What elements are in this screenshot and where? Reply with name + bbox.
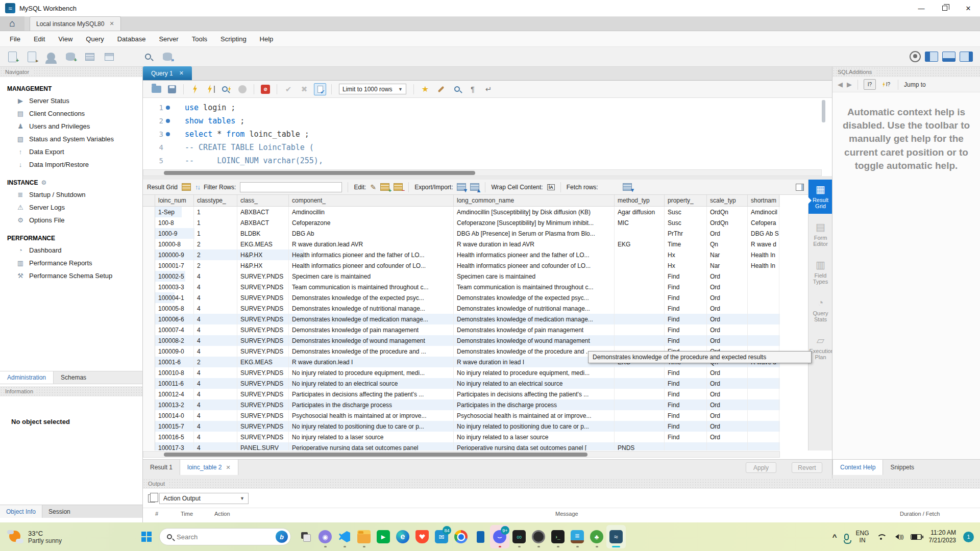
grid-panel-toggle-icon[interactable] — [796, 184, 804, 191]
column-header[interactable]: scale_typ — [707, 195, 748, 206]
column-header[interactable]: long_common_name — [454, 195, 615, 206]
grid-cell[interactable] — [748, 378, 779, 389]
table-row[interactable]: 1-Sep1ABXBACTAmdinocillinAmdinocillin [S… — [143, 207, 182, 217]
grid-cell[interactable]: Perioperative nursing data set outcomes … — [454, 442, 615, 450]
webex-icon[interactable]: ∞ — [509, 525, 529, 548]
grid-cell[interactable]: Demonstrates knowledge of pain managemen… — [454, 324, 615, 335]
grid-cell[interactable]: 4 — [194, 282, 237, 292]
create-procedure-icon[interactable] — [121, 50, 136, 63]
row-selector[interactable] — [143, 378, 155, 389]
grid-cell[interactable]: Health informatics pioneer and cofounder… — [454, 260, 615, 271]
grid-cell[interactable] — [615, 303, 665, 314]
grid-cell[interactable]: Find — [665, 421, 707, 432]
grid-cell[interactable]: 100002-5 — [155, 271, 194, 282]
grid-cell[interactable]: Find — [665, 271, 707, 282]
grid-cell[interactable] — [615, 432, 665, 442]
row-selector[interactable] — [143, 292, 155, 303]
grid-cell[interactable]: 100007-4 — [155, 324, 194, 335]
editor-horizontal-scrollbar[interactable] — [143, 169, 822, 176]
revert-button[interactable]: Revert — [792, 462, 822, 473]
grid-cell[interactable]: Cefopera — [748, 217, 779, 228]
grid-cell[interactable]: 10000-8 — [155, 239, 194, 249]
grid-cell[interactable]: Demonstrates knowledge of the expected p… — [289, 292, 454, 303]
column-header[interactable]: classtype_ — [194, 195, 237, 206]
code-line[interactable]: 2 show tables ; — [143, 114, 822, 128]
table-row[interactable]: 100002-54SURVEY.PNDSSpecimen care is mai… — [143, 271, 185, 282]
row-selector[interactable] — [143, 207, 155, 217]
grid-cell[interactable]: Team communication is maintained through… — [289, 282, 454, 292]
nav-item-data-import-restore[interactable]: ↓ Data Import/Restore — [0, 158, 142, 171]
grid-cell[interactable] — [748, 367, 779, 378]
clock[interactable]: 11:20 AM7/21/2023 — [929, 529, 956, 544]
volume-icon[interactable]: ))) — [893, 534, 903, 540]
open-script-icon[interactable] — [150, 83, 162, 95]
grid-cell[interactable]: Health In — [748, 260, 779, 271]
grid-cell[interactable]: 1-Sep — [155, 207, 194, 217]
grid-cell[interactable]: H&P.HX — [237, 260, 289, 271]
grid-cell[interactable]: SURVEY.PNDS — [237, 303, 289, 314]
table-row[interactable]: 10000-82EKG.MEASR wave duration.lead AVR… — [143, 239, 308, 249]
notification-count-badge[interactable]: 1 — [963, 532, 974, 542]
grid-cell[interactable]: SURVEY.PNDS — [237, 335, 289, 346]
grid-cell[interactable]: No injury related to positioning due to … — [289, 421, 454, 432]
grid-cell[interactable]: Ord — [707, 303, 748, 314]
grid-cell[interactable]: EKG.MEAS — [237, 239, 289, 249]
grid-cell[interactable]: 100009-0 — [155, 346, 194, 357]
grid-cell[interactable]: 100000-9 — [155, 249, 194, 260]
sql-editor[interactable]: 1 use login ; 2 show tables ; 3 select *… — [143, 98, 822, 169]
grid-cell[interactable]: SURVEY.PNDS — [237, 324, 289, 335]
grid-cell[interactable]: SURVEY.PNDS — [237, 271, 289, 282]
grid-cell[interactable] — [615, 399, 665, 410]
grid-cell[interactable]: 4 — [194, 442, 237, 450]
grid-cell[interactable]: SURVEY.PNDS — [237, 346, 289, 357]
grid-cell[interactable]: H&P.HX — [237, 249, 289, 260]
grid-cell[interactable]: 100011-6 — [155, 378, 194, 389]
grid-cell[interactable] — [748, 432, 779, 442]
grid-cell[interactable]: Ord — [707, 410, 748, 421]
back-icon[interactable]: ◀ — [838, 81, 843, 88]
table-row[interactable]: 100000-92H&P.HXHealth informatics pionee… — [143, 249, 304, 260]
table-row[interactable]: 100005-84SURVEY.PNDSDemonstrates knowled… — [143, 303, 780, 314]
save-script-icon[interactable] — [166, 83, 178, 95]
grid-cell[interactable]: 100003-3 — [155, 282, 194, 292]
execute-icon[interactable] — [189, 83, 201, 95]
migration-icon[interactable] — [160, 50, 175, 63]
grid-cell[interactable] — [748, 442, 779, 450]
column-header[interactable]: method_typ — [615, 195, 665, 206]
grid-cell[interactable]: Specimen care is maintained — [454, 271, 615, 282]
row-selector[interactable] — [143, 346, 155, 357]
grid-cell[interactable]: Find — [665, 282, 707, 292]
grid-cell[interactable]: 4 — [194, 324, 237, 335]
grid-cell[interactable] — [615, 367, 665, 378]
grid-cell[interactable]: SURVEY.PNDS — [237, 367, 289, 378]
grid-cell[interactable]: Hx — [665, 260, 707, 271]
grid-cell[interactable]: Ord — [707, 367, 748, 378]
phone-link-icon[interactable] — [471, 525, 490, 548]
grid-cell[interactable]: SURVEY.PNDS — [237, 421, 289, 432]
grid-cell[interactable]: 4 — [194, 303, 237, 314]
grid-cell[interactable]: Ord — [707, 432, 748, 442]
apply-button[interactable]: Apply — [746, 462, 776, 473]
grid-cell[interactable]: PNDS — [615, 442, 665, 450]
grid-cell[interactable]: Specimen care is maintained — [289, 271, 454, 282]
account-icon[interactable] — [910, 51, 921, 62]
stop-on-error-icon[interactable]: ⊘ — [259, 83, 272, 95]
close-connection-icon[interactable]: ✕ — [109, 20, 114, 27]
code-line[interactable]: 1 use login ; — [143, 101, 822, 114]
grid-cell[interactable]: 100017-3 — [155, 442, 194, 450]
row-selector[interactable] — [143, 399, 155, 410]
refresh-icon[interactable]: ↑↓ — [195, 183, 200, 191]
grid-cell[interactable]: SURVEY.PNDS — [237, 314, 289, 324]
grid-cell[interactable]: Demonstrates knowledge of the procedure … — [289, 346, 454, 357]
grid-cell[interactable]: 4 — [194, 292, 237, 303]
grid-cell[interactable]: Find — [665, 378, 707, 389]
grid-cell[interactable]: 100001-7 — [155, 260, 194, 271]
code-line[interactable]: 3 select * from loinc_table ; — [143, 128, 822, 141]
grid-cell[interactable]: MIC — [615, 217, 665, 228]
grid-cell[interactable]: 4 — [194, 314, 237, 324]
grid-cell[interactable] — [615, 228, 665, 239]
grid-cell[interactable]: 4 — [194, 410, 237, 421]
side-tab-field-types[interactable]: ▥ Field Types — [808, 255, 832, 289]
edit-record-icon[interactable]: ✎ — [370, 183, 376, 191]
table-row[interactable]: 100004-14SURVEY.PNDSDemonstrates knowled… — [143, 292, 175, 303]
